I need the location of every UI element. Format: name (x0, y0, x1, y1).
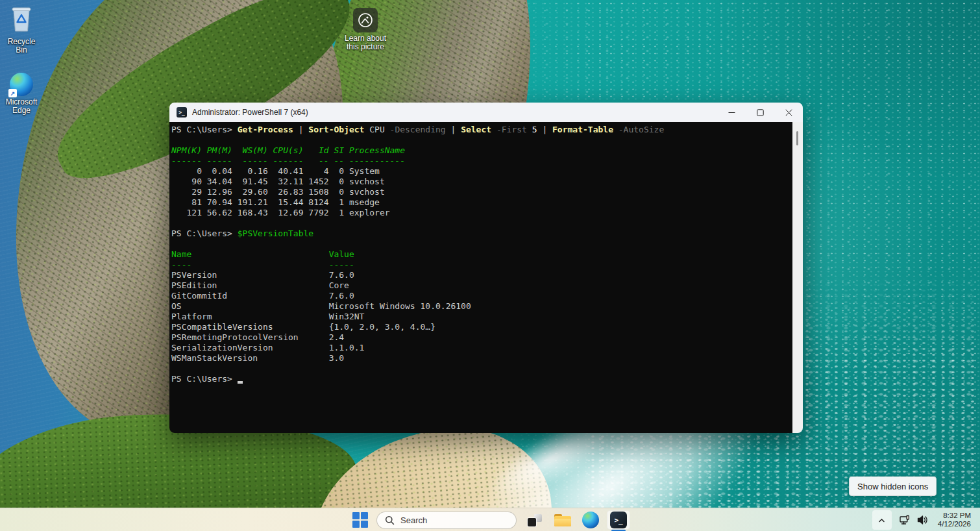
chevron-up-icon (877, 516, 886, 525)
clock[interactable]: 8:32 PM 4/12/2026 (934, 512, 977, 528)
windows-logo-icon (352, 512, 368, 528)
shortcut-arrow-icon: ↗ (8, 89, 17, 97)
volume-icon (916, 513, 929, 526)
powershell-button[interactable]: >_ (606, 508, 631, 531)
terminal-line: 0 0.04 0.16 40.41 4 0 System (171, 166, 792, 177)
network-volume-button[interactable] (893, 510, 934, 530)
window-controls (717, 103, 803, 122)
clock-time: 8:32 PM (938, 512, 971, 520)
terminal-line: 121 56.62 168.43 12.69 7792 1 explorer (171, 208, 792, 218)
desktop-icon-label: Microsoft Edge (2, 98, 41, 115)
powershell-icon: >_ (177, 107, 187, 117)
terminal-body: PS C:\Users> Get-Process | Sort-Object C… (169, 122, 803, 433)
terminal-line: PSVersion 7.6.0 (171, 270, 792, 280)
terminal-line: PS C:\Users> Get-Process | Sort-Object C… (171, 125, 792, 135)
start-button[interactable] (349, 508, 371, 531)
search-label: Search (400, 515, 427, 525)
edge-icon: ↗ (10, 73, 33, 96)
terminal-output[interactable]: PS C:\Users> Get-Process | Sort-Object C… (169, 122, 792, 433)
show-hidden-icons-tooltip: Show hidden icons (849, 476, 937, 496)
clock-date: 4/12/2026 (938, 520, 971, 528)
desktop-icon-microsoft-edge[interactable]: ↗ Microsoft Edge (2, 73, 41, 115)
terminal-line: PSCompatibleVersions {1.0, 2.0, 3.0, 4.0… (171, 322, 792, 332)
desktop-surface[interactable]: Recycle Bin ↗ Microsoft Edge Learn about… (0, 0, 980, 531)
folder-icon (554, 514, 571, 526)
desktop-icon-learn-about-picture[interactable]: Learn about this picture (340, 8, 391, 51)
terminal-line (171, 239, 792, 249)
search-icon (385, 515, 395, 525)
edge-button[interactable] (578, 508, 604, 531)
window-title: Administrator: PowerShell 7 (x64) (192, 108, 308, 117)
scrollbar-thumb[interactable] (796, 131, 798, 145)
powershell-icon: >_ (610, 512, 627, 528)
terminal-scrollbar[interactable] (792, 122, 803, 433)
edge-icon (582, 512, 599, 528)
terminal-line: PS C:\Users> $PSVersionTable (171, 228, 792, 239)
terminal-line: GitCommitId 7.6.0 (171, 291, 792, 301)
desktop-icon-label: Learn about this picture (340, 34, 391, 51)
show-hidden-icons-button[interactable] (872, 510, 892, 530)
powershell-window: >_ Administrator: PowerShell 7 (x64) PS … (169, 103, 803, 433)
terminal-line: ------ ----- ----- ------ -- -- --------… (171, 156, 792, 166)
terminal-line (171, 135, 792, 145)
terminal-line (171, 364, 792, 374)
close-button[interactable] (774, 103, 803, 122)
terminal-line: 90 34.04 91.45 32.11 1452 0 svchost (171, 177, 792, 187)
terminal-line: Name Value (171, 249, 792, 260)
terminal-line: WSManStackVersion 3.0 (171, 353, 792, 364)
terminal-line: NPM(K) PM(M) WS(M) CPU(s) Id SI ProcessN… (171, 145, 792, 156)
terminal-cursor (238, 375, 243, 384)
taskbar-tray: 8:32 PM 4/12/2026 (872, 508, 977, 531)
terminal-line: Platform Win32NT (171, 312, 792, 322)
terminal-line: OS Microsoft Windows 10.0.26100 (171, 301, 792, 312)
window-titlebar[interactable]: >_ Administrator: PowerShell 7 (x64) (169, 103, 803, 122)
file-explorer-button[interactable] (550, 508, 576, 531)
terminal-line: PS C:\Users> (171, 374, 792, 384)
terminal-line: ---- ----- (171, 260, 792, 270)
terminal-line: 29 12.96 29.60 26.83 1508 0 svchost (171, 187, 792, 197)
desktop-icon-label: Recycle Bin (2, 38, 41, 55)
image-circle-icon (353, 8, 378, 32)
task-view-icon (522, 508, 548, 531)
desktop-icon-recycle-bin[interactable]: Recycle Bin (2, 5, 41, 55)
terminal-line: 81 70.94 191.21 15.44 8124 1 msedge (171, 197, 792, 208)
taskbar-center-group: Search >_ (349, 508, 631, 531)
terminal-line (171, 218, 792, 228)
task-view-button[interactable] (522, 508, 548, 531)
terminal-line: SerializationVersion 1.1.0.1 (171, 343, 792, 353)
terminal-line: PSEdition Core (171, 280, 792, 291)
taskbar: Search >_ (0, 508, 980, 531)
minimize-button[interactable] (717, 103, 746, 122)
recycle-bin-icon (9, 5, 34, 36)
maximize-button[interactable] (746, 103, 774, 122)
network-icon (898, 513, 911, 526)
search-input[interactable]: Search (376, 512, 517, 529)
terminal-line: PSRemotingProtocolVersion 2.4 (171, 332, 792, 343)
